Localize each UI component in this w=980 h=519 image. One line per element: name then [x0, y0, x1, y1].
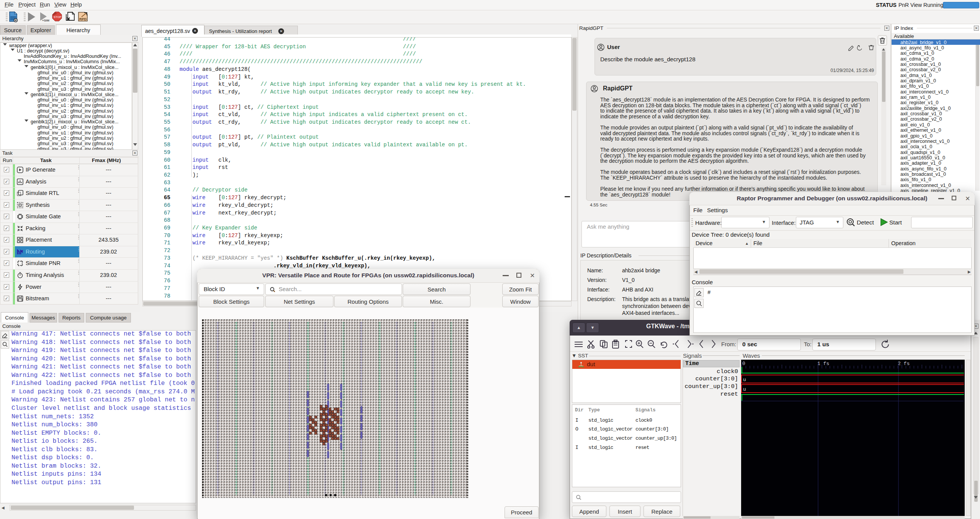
svg-text:2 fs: 2 fs	[898, 361, 910, 367]
svg-text:0: 0	[742, 361, 745, 367]
svg-text:u: u	[743, 386, 746, 392]
svg-text:1 fs: 1 fs	[817, 361, 829, 367]
svg-text:RPD: RPD	[79, 17, 87, 21]
svg-text:+SIM: +SIM	[42, 19, 49, 22]
svg-text:STOP: STOP	[54, 15, 61, 19]
svg-text:u: u	[743, 377, 746, 383]
